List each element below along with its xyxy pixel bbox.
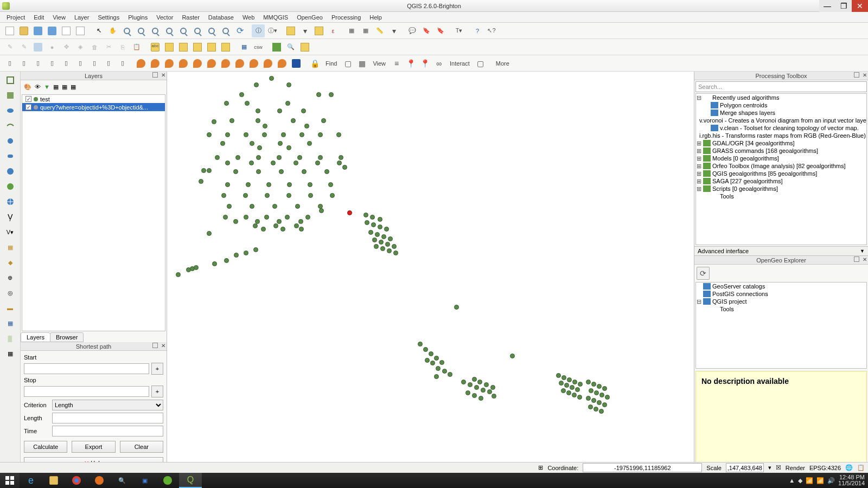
stop-input[interactable] (24, 386, 149, 397)
tab-layers[interactable]: Layers (21, 332, 50, 342)
lock-icon[interactable]: 🔒 (308, 57, 321, 70)
paste-button[interactable]: 📋 (130, 41, 143, 54)
add-mssql-icon[interactable] (4, 134, 17, 147)
attr-table-button[interactable]: ▦ (345, 24, 358, 37)
menu-mmqgis[interactable]: MMQGIS (259, 13, 292, 22)
interact-tool[interactable]: ▢ (474, 57, 487, 70)
close-icon[interactable]: ✕ (161, 72, 165, 78)
composer-manager-button[interactable] (74, 24, 87, 37)
detach-icon[interactable] (152, 343, 158, 348)
start-button[interactable] (0, 473, 20, 488)
tree-row[interactable]: v.clean - Toolset for cleaning topology … (696, 124, 866, 132)
add-postgis-icon[interactable] (4, 104, 17, 117)
scale-icon[interactable]: ▬ (4, 301, 17, 314)
bookmark-new-button[interactable]: 🔖 (420, 24, 433, 37)
tray-icon[interactable]: 📶 (806, 477, 813, 484)
find-tool[interactable]: ▢ (341, 57, 354, 70)
time-input[interactable] (52, 426, 163, 436)
tree-row[interactable]: ⊞Models [0 geoalgorithms] (696, 155, 866, 162)
zoom-last-button[interactable] (205, 24, 218, 37)
heat-btn9[interactable] (247, 57, 260, 70)
plugin-btn6[interactable]: ▯ (74, 57, 87, 70)
advanced-interface[interactable]: Advanced interface▼ (694, 246, 868, 256)
tray-icon[interactable]: 📶 (816, 477, 824, 484)
globe-button[interactable] (290, 57, 303, 70)
refresh-button[interactable]: ⟳ (233, 24, 246, 37)
menu-help[interactable]: Help (365, 13, 386, 22)
tree-row[interactable]: v.voronoi - Creates a Voronoi diagram fr… (696, 117, 866, 124)
edit-button[interactable]: ✎ (3, 41, 16, 54)
tree-row[interactable]: ⊟QGIS project (696, 298, 866, 305)
bookmark-button[interactable]: 💬 (406, 24, 419, 37)
zoom-native-button[interactable] (149, 24, 162, 37)
menu-layer[interactable]: Layer (70, 13, 94, 22)
tree-row[interactable]: GeoServer catalogs (696, 282, 866, 290)
text-annotation-button[interactable]: T▾ (452, 24, 465, 37)
tree-row[interactable]: ⊞GDAL/OGR [34 geoalgorithms] (696, 139, 866, 147)
csw-button[interactable]: csw (252, 41, 265, 54)
refresh-icon[interactable]: ⟳ (697, 267, 710, 280)
task-ie[interactable]: e (20, 473, 42, 488)
zoom-selection-button[interactable] (177, 24, 190, 37)
move-feature-button[interactable]: ✥ (60, 41, 73, 54)
view-tool3[interactable]: 📍 (418, 57, 431, 70)
heat-btn3[interactable] (163, 57, 176, 70)
mssql-button[interactable]: ▦ (238, 41, 251, 54)
plugin-btn8[interactable]: ▯ (102, 57, 115, 70)
tray-icon[interactable]: ◆ (798, 477, 802, 484)
view-tool1[interactable]: ≡ (390, 57, 403, 70)
layers-tree[interactable]: ✓test✓query?where=objectid+%3D+objectid&… (22, 94, 165, 331)
pan-button[interactable]: ↖ (92, 24, 105, 37)
tree-row[interactable]: Tools (696, 192, 866, 200)
add-spatialite-icon[interactable] (4, 119, 17, 132)
more-label[interactable]: More (493, 60, 513, 67)
expr-select-button[interactable]: ε (327, 24, 340, 37)
edit-tool-button[interactable] (298, 41, 311, 54)
layer-row[interactable]: ✓query?where=objectid+%3D+objectid&... (22, 103, 165, 111)
heat-btn5[interactable] (191, 57, 204, 70)
menu-processing[interactable]: Processing (327, 13, 365, 22)
menu-plugins[interactable]: Plugins (124, 13, 152, 22)
view-tool4[interactable]: ∞ (432, 57, 445, 70)
close-icon[interactable]: ✕ (863, 72, 867, 78)
task-qgis[interactable]: Q (179, 473, 202, 488)
tree-row[interactable]: Polygon centroids (696, 101, 866, 109)
plugin-btn1[interactable]: ▯ (3, 57, 16, 70)
menu-edit[interactable]: Edit (29, 13, 48, 22)
length-input[interactable] (52, 413, 163, 423)
tree-row[interactable]: ⊞Orfeo Toolbox (Image analysis) [82 geoa… (696, 162, 866, 170)
toggle-extents-icon[interactable]: ⊞ (538, 464, 543, 471)
heat-btn7[interactable] (219, 57, 232, 70)
add-feature-button[interactable]: ● (46, 41, 59, 54)
add-oracle-icon[interactable] (4, 150, 17, 163)
tray-icon[interactable]: 🔊 (827, 477, 835, 484)
tree-row[interactable]: ⊞SAGA [227 geoalgorithms] (696, 177, 866, 185)
clear-button[interactable]: Clear (120, 441, 163, 453)
gps-icon[interactable]: ⊕ (4, 271, 17, 284)
maximize-button[interactable]: ❐ (835, 0, 852, 12)
render-checkbox[interactable]: ☒ (776, 464, 781, 471)
label-button[interactable]: abc (149, 41, 162, 54)
log-icon[interactable]: 📋 (857, 464, 865, 471)
menu-project[interactable]: Project (2, 13, 29, 22)
new-project-button[interactable] (3, 24, 16, 37)
grid-icon[interactable]: ▦ (4, 317, 17, 330)
current-edits-button[interactable]: ✎ (17, 41, 30, 54)
heat-btn11[interactable] (276, 57, 289, 70)
new-composer-button[interactable] (60, 24, 73, 37)
tree-row[interactable]: Merge shapes layers (696, 109, 866, 117)
heat-btn6[interactable] (205, 57, 218, 70)
cut-button[interactable]: ✂ (102, 41, 115, 54)
zoom-next-button[interactable] (219, 24, 232, 37)
style-icon[interactable]: 🎨 (24, 84, 31, 91)
tree-row[interactable]: ⊞QGIS geoalgorithms [85 geoalgorithms] (696, 170, 866, 177)
menu-web[interactable]: Web (238, 13, 259, 22)
plugin-btn4[interactable]: ▯ (46, 57, 59, 70)
menu-raster[interactable]: Raster (177, 13, 203, 22)
plugin-btn2[interactable]: ▯ (17, 57, 30, 70)
criterion-select[interactable]: Length (52, 400, 163, 410)
close-icon[interactable]: ✕ (863, 256, 867, 262)
task-firefox[interactable] (88, 473, 111, 488)
start-input[interactable] (24, 363, 149, 374)
label-tool6[interactable] (219, 41, 232, 54)
